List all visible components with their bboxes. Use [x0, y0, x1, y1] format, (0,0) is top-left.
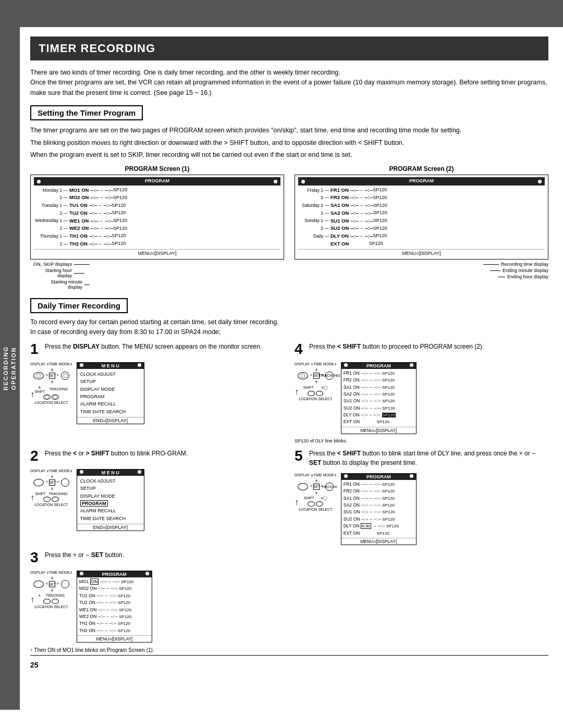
step3-note: ↑ Then ON of MO1 line blinks on Program …: [30, 647, 284, 653]
step-3-header: 3 Press the + or − SET button.: [30, 550, 284, 565]
top-bar: [0, 0, 563, 27]
setting-timer-heading: Setting the Timer Program: [30, 105, 143, 120]
step-6-cell-empty: [295, 550, 548, 653]
step-3-cell: 3 Press the + or − SET button. DISPLAY ∨…: [30, 550, 284, 653]
step-2-header: 2 Press the < or > SHIFT button to blink…: [30, 449, 284, 463]
step-4-number: 4: [295, 342, 306, 356]
step-1-number: 1: [30, 342, 42, 356]
step-4-header: 4 Press the < SHIFT button to proceed to…: [295, 342, 548, 356]
program-screen-1-title: PROGRAM Screen (1): [30, 165, 284, 172]
intro-text: There are two kinds of timer recording. …: [30, 68, 548, 98]
step-3-number: 3: [30, 550, 42, 565]
step-2-text: Press the < or > SHIFT button to blink P…: [45, 449, 284, 458]
program-screen-1-wrap: PROGRAM Screen (1) PROGRAM Monday 1 —MO1…: [30, 165, 284, 291]
step-4-diagram: DISPLAY ∨TIME MODE∧ ◯ ∧ < SET >: [295, 362, 548, 434]
screen1-annotations: ON, SKIP displays Starting hour display …: [30, 262, 284, 290]
step-4-cell: 4 Press the < SHIFT button to proceed to…: [295, 342, 548, 443]
step-1-header: 1 Press the DISPLAY button. The MENU scr…: [30, 342, 284, 356]
program-screen-1: PROGRAM Monday 1 —MO1 ON --:--→ --:-- SP…: [30, 175, 284, 260]
step-5-diagram: DISPLAY ∨TIME MODE∧ ∧ < SET >: [295, 473, 548, 545]
side-tab: RECORDING OPERATION: [0, 27, 20, 710]
step-1-diagram: DISPLAY ∨TIME MODE∧ ◯ ∧ < SET >: [30, 362, 284, 424]
step-5-text: Press the < SHIFT button to blink start …: [309, 449, 548, 467]
program-box-step3: PROGRAM MO1 ON --:--→ --:-- SP120 MO2 ON…: [77, 571, 152, 643]
step-1-cell: 1 Press the DISPLAY button. The MENU scr…: [30, 342, 284, 443]
program-screen-2-title: PROGRAM Screen (2): [295, 165, 548, 172]
setting-timer-text: The timer programs are set on the two pa…: [30, 126, 548, 160]
program-screen-2-wrap: PROGRAM Screen (2) PROGRAM Friday 1 —FR1…: [295, 165, 548, 280]
step-2-number: 2: [30, 449, 42, 463]
bottom-divider: [30, 655, 548, 656]
steps-grid: 1 Press the DISPLAY button. The MENU scr…: [30, 342, 548, 653]
step-3-diagram: DISPLAY ∨TIME MODE∧ ∧ < SET >: [30, 571, 284, 643]
program-box-step5: PROGRAM FR1 ON --:--→ --:-- SP120 FR2 ON…: [341, 473, 417, 545]
program-screens-row: PROGRAM Screen (1) PROGRAM Monday 1 —MO1…: [30, 165, 548, 291]
step-1-text: Press the DISPLAY button. The MENU scree…: [45, 342, 284, 351]
menu-box-1: M E N U CLOCK ADJUST SETUP DISPLAY MODE …: [77, 362, 144, 424]
step-5-cell: 5 Press the < SHIFT button to blink star…: [295, 449, 548, 545]
program-screen-2: PROGRAM Friday 1 —FR1 ON --:--→ --:-- SP…: [295, 175, 548, 260]
step-4-text: Press the < SHIFT button to proceed to P…: [309, 342, 548, 351]
side-tab-text: RECORDING OPERATION: [2, 346, 18, 390]
menu-box-2: M E N U CLOCK ADJUST SETUP DISPLAY MODE …: [77, 469, 144, 531]
step-3-text: Press the + or − SET button.: [45, 550, 284, 560]
step-5-header: 5 Press the < SHIFT button to blink star…: [295, 449, 548, 467]
screen2-annotations: Recording time display Ending minute dis…: [295, 262, 548, 279]
daily-timer-heading: Daily Timer Recording: [30, 298, 128, 313]
step-2-diagram: DISPLAY ∨TIME MODE∧ ∧ < SET >: [30, 469, 284, 531]
step4-note: SP120 of DLY line blinks.: [295, 438, 548, 443]
daily-timer-text: To record every day for certain period s…: [30, 317, 548, 338]
step-5-number: 5: [295, 449, 306, 463]
program-box-step4: PROGRAM FR1 ON --:--→ --:-- SP120 FR2 ON…: [341, 362, 417, 434]
step-2-cell: 2 Press the < or > SHIFT button to blink…: [30, 449, 284, 545]
page-title: TIMER RECORDING: [30, 36, 548, 60]
page-number: 25: [30, 661, 548, 669]
